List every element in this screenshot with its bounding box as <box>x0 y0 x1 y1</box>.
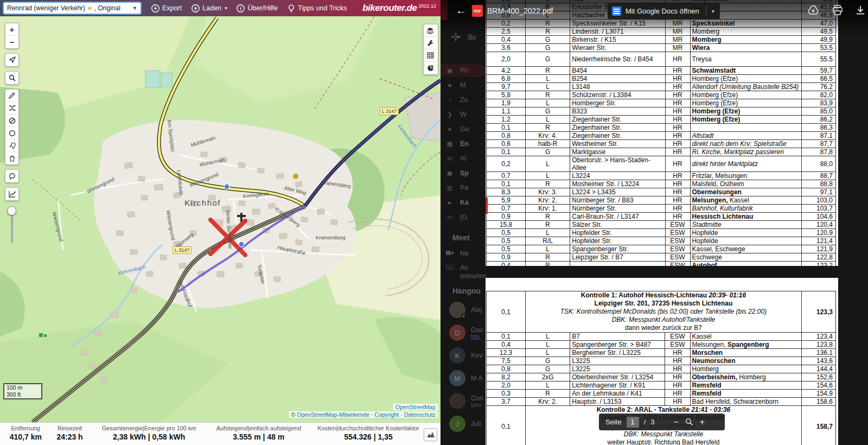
osm-contributors-link[interactable]: OpenStreetMap-Mitwirkende <box>297 411 369 418</box>
back-button[interactable]: ← <box>456 4 467 17</box>
gmail-folder-item[interactable]: ▸Ka <box>441 196 486 209</box>
gmail-folder-item[interactable]: ▭[G <box>441 211 486 224</box>
folder-icon: ◔ <box>446 97 454 103</box>
zoom-out-button[interactable]: − <box>5 36 18 48</box>
new-meeting-item[interactable]: Ne <box>441 250 486 257</box>
opacity-slider[interactable] <box>7 205 17 246</box>
tips-button[interactable]: Tipps und Tricks <box>288 4 347 12</box>
poi-button[interactable] <box>5 139 18 152</box>
page-label: Seite <box>605 418 622 426</box>
page-number-input[interactable]: 1 <box>627 417 639 428</box>
zoom-out-button[interactable]: − <box>672 417 680 427</box>
nogo-button[interactable] <box>5 115 18 127</box>
hangouts-contact[interactable]: Alej <box>449 302 482 318</box>
hangouts-contact[interactable]: DDavhttp <box>449 325 483 341</box>
delete-button[interactable] <box>5 152 18 164</box>
layers-button[interactable] <box>424 24 437 37</box>
cue-row: 0,1GMarktgasseHRRi. Kirche, Marktplatz p… <box>487 148 836 156</box>
hangouts-contact[interactable]: KKev <box>449 347 483 364</box>
park-poi-icon <box>39 333 43 337</box>
cue-row: 1,9LHomberger Str.HRHomberg (Efze)83,9 <box>487 99 836 107</box>
data-table-button[interactable] <box>424 49 437 62</box>
cue-row: 3,7Krv: 2.Hauptstr. / L3153HRBad Hersfel… <box>487 398 836 406</box>
open-with-google-docs-button[interactable]: Mit Google Docs öffnen ▾ <box>608 3 720 19</box>
routing-profile-select[interactable]: Rennrad (weniger Verkehr) ★, Original ▼ <box>3 2 142 15</box>
open-with-caret-icon[interactable]: ▾ <box>711 8 716 14</box>
hangouts-contact[interactable]: MM A <box>449 370 483 386</box>
hangouts-contact[interactable]: Contpho <box>449 393 483 409</box>
copyright-link[interactable]: Copyright <box>374 411 399 418</box>
print-button[interactable] <box>832 5 843 16</box>
export-button[interactable]: Export <box>151 4 182 12</box>
stats-pie-button[interactable] <box>424 62 437 74</box>
help-button[interactable]: i Über/Hilfe <box>237 4 278 12</box>
elevation-profile-toggle[interactable] <box>424 428 437 441</box>
lasso-icon <box>9 173 16 180</box>
cue-row: 0,9RLeipziger Str. / B7ESWEschwege122,8 <box>487 253 836 262</box>
tools-button[interactable] <box>424 37 437 49</box>
gmail-folder-item[interactable]: ◉Sp <box>441 167 486 180</box>
map-scale: 100 m 300 ft <box>3 383 42 399</box>
route-via-marker <box>239 241 244 247</box>
hangouts-contact[interactable]: JJuli <box>449 416 481 432</box>
page-separator: / <box>644 418 646 426</box>
cue-row: 0,4GBirkenstr. / K15MRMomberg49,9 <box>487 36 836 44</box>
reroute-button[interactable] <box>5 102 18 115</box>
gmail-folder-item[interactable]: ◔Zu <box>441 93 486 106</box>
add-to-drive-button[interactable] <box>807 5 819 16</box>
google-docs-icon <box>612 7 621 16</box>
folder-icon: ▣ <box>446 67 454 74</box>
cue-row: 0,2LObertorstr. > Hans-Staden-AlleeHRdir… <box>487 156 836 172</box>
gmail-folder-item[interactable]: ✉Al <box>441 152 486 165</box>
cue-row: 8,3Krv: 3.L3224 > L3435HRObermelsungen97… <box>487 188 836 196</box>
wrench-icon <box>427 40 434 47</box>
lasso-select-button[interactable] <box>5 170 18 182</box>
avatar: J <box>449 416 465 432</box>
bikerouter-header: Rennrad (weniger Verkehr) ★, Original ▼ … <box>0 0 441 16</box>
join-meeting-item-line2[interactable]: teilnehmen <box>460 272 486 280</box>
locate-arrow-icon <box>9 56 16 63</box>
zoom-fit-button[interactable] <box>685 418 693 426</box>
slider-knob[interactable] <box>7 206 16 215</box>
elevation-chart-button[interactable] <box>5 188 18 200</box>
folder-icon: ➤ <box>446 126 454 133</box>
folder-icon: ▤ <box>446 141 454 148</box>
cue-row: 8,22xGOberbeisheimer Str. / L3254HROberb… <box>487 373 836 382</box>
cue-row: 2,0GNiederrheinische Str. / B454HRTreysa… <box>487 52 836 67</box>
privacy-link[interactable]: Datenschutz <box>404 411 436 418</box>
circle-nogo-button[interactable] <box>5 127 18 139</box>
gmail-folder-item[interactable]: ▣Po <box>441 64 486 77</box>
cue-row: 6,8LB254HRHomberg (Efze)66,5 <box>487 75 836 83</box>
zoom-in-button[interactable]: + <box>698 417 706 427</box>
version-label: 2022.12 <box>418 3 436 9</box>
bikerouter-window: Rennrad (weniger Verkehr) ★, Original ▼ … <box>0 0 441 445</box>
red-margin-annotation <box>486 198 488 214</box>
cue-row: 0,5LSpangenberger Str.ESWKassel, Eschweg… <box>487 245 836 253</box>
osm-link[interactable]: OpenStreetMap <box>393 404 438 410</box>
gmail-folder-item[interactable]: ★M <box>441 79 486 92</box>
gmail-folder-item[interactable]: ➤Ge <box>441 123 486 136</box>
zoom-in-button[interactable]: + <box>5 23 18 36</box>
compose-button[interactable]: Sc <box>450 31 476 42</box>
laden-button[interactable]: Laden ▾ <box>192 4 227 12</box>
cue-row: 15,8RSälzer Str.ESWStadtmitte120,4 <box>487 221 836 229</box>
gmail-folder-item[interactable]: ❯W <box>441 108 486 121</box>
join-meeting-item[interactable]: An <box>441 264 486 271</box>
gmail-folder-item[interactable]: ▥Pa <box>441 181 486 194</box>
profile-text: Rennrad (weniger Verkehr) <box>7 4 85 12</box>
screen: Rennrad (weniger Verkehr) ★, Original ▼ … <box>0 0 868 445</box>
printer-icon <box>832 5 843 16</box>
search-icon <box>9 74 16 81</box>
pdf-file-icon: PDF <box>472 5 483 17</box>
map-canvas[interactable]: MühlenrainMühlenrainAm SportplatzWieseng… <box>0 16 441 422</box>
gmail-folder-item[interactable]: ▤En <box>441 137 486 150</box>
folder-icon: ❯ <box>446 111 454 118</box>
search-button[interactable] <box>5 72 18 84</box>
cue-row: 0,6halb-RWestheimer Str.HRdirekt nach de… <box>487 140 836 148</box>
draw-route-button[interactable] <box>5 90 18 102</box>
download-button[interactable] <box>855 5 866 16</box>
avatar <box>449 302 465 318</box>
no-entry-icon <box>9 117 16 124</box>
locate-button[interactable] <box>5 54 18 66</box>
cue-row: 12,3LBergheimer Str. / L3225HRMorschen13… <box>487 349 836 357</box>
